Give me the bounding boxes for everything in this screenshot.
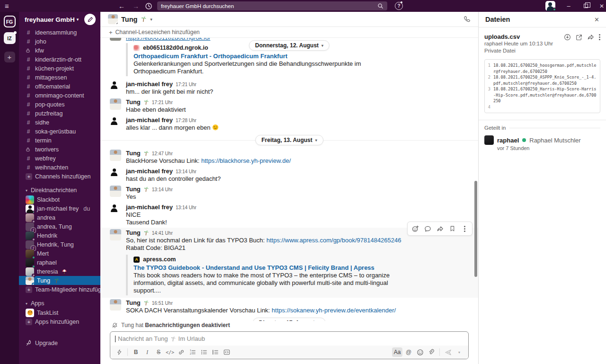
- sidebar-channel-sidhe[interactable]: #sidhe: [19, 118, 100, 127]
- dm-tung-selected[interactable]: Tung: [19, 276, 100, 285]
- dm-jan-michael-frey[interactable]: jan-michael freydu: [19, 204, 100, 213]
- dm-hendrik-tung[interactable]: 2Hendrik, Tung: [19, 240, 100, 249]
- message-timestamp[interactable]: 17:21 Uhr: [152, 99, 173, 106]
- upgrade-button[interactable]: Upgrade: [19, 338, 100, 347]
- dm-hendrik[interactable]: Hendrik: [19, 231, 100, 240]
- close-icon[interactable]: ✕: [594, 16, 599, 23]
- csv-file-preview[interactable]: 118.08.2021,6700250_hoosgerman.pdf,mutsc…: [484, 59, 600, 113]
- message-author[interactable]: Tung: [126, 150, 141, 157]
- message-input[interactable]: Nachricht an Tung Im Urlaub: [110, 332, 468, 346]
- avatar[interactable]: [110, 299, 121, 311]
- message-link[interactable]: https://blackhorse.yh-preview.de/: [201, 157, 291, 164]
- message-link[interactable]: https://www.apress.com/gp/book/978148426…: [267, 237, 401, 244]
- message-author[interactable]: jan-michael frey: [126, 80, 173, 88]
- message-author[interactable]: jan-michael frey: [126, 204, 173, 211]
- add-team-members-button[interactable]: +Team-Mitglieder hinzufügen: [19, 285, 100, 294]
- chat-message[interactable]: Tung 12:47 Uhr BlackHorse Vorschau Link:…: [100, 148, 478, 166]
- file-name[interactable]: uploads.csv: [484, 33, 553, 40]
- chat-message[interactable]: Tung 17:21 Uhr Habe eben deaktiviert: [100, 97, 478, 115]
- workspace-tile-fg[interactable]: FG: [4, 16, 16, 27]
- strikethrough-button[interactable]: S: [153, 347, 164, 357]
- link-preview-apress[interactable]: Aapress.com The TYPO3 Guidebook - Unders…: [126, 255, 404, 295]
- window-close-button[interactable]: ✕: [597, 0, 606, 12]
- chat-message[interactable]: Tung 16:51 Uhr SOKA DACH Veranstaltungsk…: [100, 298, 478, 316]
- open-external-icon[interactable]: [576, 34, 582, 41]
- add-apps-button[interactable]: +Apps hinzufügen: [19, 317, 100, 326]
- sidebar-channel-weihnachten[interactable]: #weihnachten: [19, 163, 100, 172]
- history-back-icon[interactable]: ←: [118, 0, 125, 12]
- sidebar-channel-kinderaerztin-dr-ott[interactable]: #kinderärztin-dr-ott: [19, 55, 100, 64]
- window-minimize-button[interactable]: –: [564, 0, 573, 12]
- preview-title-link[interactable]: Orthopaedicum Frankfurt - Orthopaedicum …: [134, 52, 404, 60]
- message-history[interactable]: Donnerstag, 12. August▾ https://eb065118…: [100, 38, 478, 321]
- sidebar-channel-joho[interactable]: #joho: [19, 37, 100, 46]
- date-pill[interactable]: Dienstag, 17. August▾: [253, 318, 326, 321]
- add-channels-button[interactable]: +Channels hinzufügen: [19, 172, 100, 181]
- avatar[interactable]: [110, 98, 121, 110]
- sidebar-channel-kfw[interactable]: kfw: [19, 46, 100, 55]
- share-message-icon[interactable]: [434, 223, 446, 234]
- message-timestamp[interactable]: 13:14 Uhr: [176, 168, 196, 175]
- date-pill[interactable]: Freitag, 13. August▾: [255, 135, 323, 145]
- chat-message[interactable]: jan-michael frey17:21 Uhr hm... der link…: [100, 79, 478, 97]
- formatting-toggle-button[interactable]: Aa: [392, 347, 402, 357]
- message-author[interactable]: jan-michael frey: [126, 116, 173, 124]
- sidebar-channel-mittagessen[interactable]: #mittagessen: [19, 73, 100, 82]
- dm-andrea[interactable]: andrea: [19, 213, 100, 222]
- avatar[interactable]: [110, 116, 121, 128]
- message-author[interactable]: Tung: [126, 98, 141, 106]
- avatar[interactable]: [110, 150, 121, 161]
- message-timestamp[interactable]: 13:14 Uhr: [152, 186, 173, 193]
- dm-andrea-tung[interactable]: 2andrea, Tung: [19, 222, 100, 231]
- sidebar-scroll-area[interactable]: #ideensammlung #joho kfw #kinderärztin-d…: [19, 27, 100, 364]
- reply-thread-icon[interactable]: [422, 223, 433, 234]
- chat-message[interactable]: Tung 13:14 Uhr Yes: [100, 184, 478, 202]
- chat-scrollbar-thumb[interactable]: [474, 181, 477, 277]
- send-button[interactable]: [443, 347, 453, 357]
- message-author[interactable]: Tung: [126, 299, 141, 306]
- bookmark-bar[interactable]: + Channel-Lesezeichen hinzufügen: [100, 27, 478, 38]
- dm-mert[interactable]: Mert: [19, 249, 100, 258]
- dm-slackbot[interactable]: Slackbot: [19, 195, 100, 204]
- avatar[interactable]: [110, 204, 121, 215]
- inline-code-button[interactable]: </>: [165, 347, 175, 357]
- workspace-header[interactable]: freyhauer GmbH ▾: [19, 12, 100, 27]
- blockquote-button[interactable]: [210, 347, 221, 357]
- code-block-button[interactable]: [222, 347, 232, 357]
- avatar[interactable]: [110, 186, 121, 197]
- dm-header-name[interactable]: Tung: [121, 16, 137, 23]
- chevron-down-icon[interactable]: ▾: [150, 17, 152, 22]
- add-workspace-button[interactable]: +: [4, 52, 15, 62]
- italic-button[interactable]: I: [142, 347, 152, 357]
- message-author[interactable]: Tung: [126, 229, 141, 236]
- hamburger-menu-icon[interactable]: ≡: [5, 0, 9, 12]
- sidebar-channel-kuechen-projekt[interactable]: #küchen-projekt: [19, 64, 100, 73]
- shared-user-row[interactable]: raphael Raphael Mutschler: [484, 135, 600, 145]
- avatar[interactable]: [110, 229, 121, 240]
- call-phone-icon[interactable]: [463, 16, 471, 23]
- message-timestamp[interactable]: 12:47 Uhr: [152, 150, 173, 157]
- ordered-list-button[interactable]: 12: [187, 347, 198, 357]
- search-input[interactable]: freyhauer GmbH durchsuchen: [157, 1, 387, 10]
- history-forward-icon[interactable]: →: [133, 0, 139, 12]
- chat-message[interactable]: jan-michael frey17:28 Uhr alles klar ...…: [100, 115, 478, 133]
- avatar[interactable]: [110, 80, 121, 92]
- bulleted-list-button[interactable]: [199, 347, 209, 357]
- chat-message-hovered[interactable]: Tung 14:41 Uhr So, hier ist nochmal den …: [100, 228, 478, 298]
- workspace-tile-iz[interactable]: IZ: [4, 32, 16, 44]
- message-timestamp[interactable]: 14:41 Uhr: [152, 230, 173, 237]
- forward-icon[interactable]: [587, 34, 594, 41]
- message-timestamp[interactable]: 17:21 Uhr: [176, 81, 196, 88]
- preview-title-link[interactable]: The TYPO3 Guidebook - Understand and Use…: [134, 264, 399, 272]
- new-message-button[interactable]: [84, 14, 96, 25]
- sidebar-channel-officematerial[interactable]: #officematerial: [19, 82, 100, 91]
- message-timestamp[interactable]: 13:14 Uhr: [176, 204, 196, 211]
- apps-section-header[interactable]: ▾Apps: [19, 299, 100, 308]
- sidebar-channel-putzfreitag[interactable]: #putzfreitag: [19, 109, 100, 118]
- link-button[interactable]: [176, 347, 187, 357]
- bookmark-message-icon[interactable]: [446, 223, 458, 234]
- more-actions-icon[interactable]: [459, 223, 470, 234]
- message-link[interactable]: https://sokanew.yh-preview.de/eventkalen…: [272, 307, 396, 314]
- attach-paperclip-icon[interactable]: [426, 347, 437, 357]
- sidebar-channel-pop-quotes[interactable]: #pop-quotes: [19, 100, 100, 109]
